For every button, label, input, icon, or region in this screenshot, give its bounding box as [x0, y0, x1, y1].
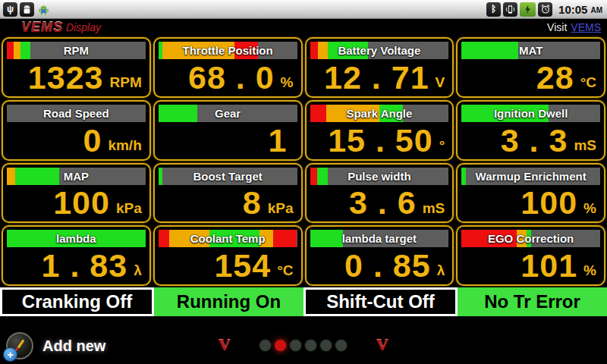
android-debug-icon: [36, 2, 51, 17]
add-new-label: Add new: [42, 337, 105, 355]
gauge-unit: mS: [574, 136, 596, 156]
gauge-unit: %: [583, 261, 596, 281]
gauge-unit: °: [439, 136, 445, 156]
gauge-ego-correction[interactable]: EGO Correction 101 %: [456, 225, 605, 286]
gauge-value: 3 . 6: [349, 187, 417, 218]
gauge-header: Gear: [159, 105, 297, 122]
page-dot[interactable]: [321, 340, 332, 351]
plus-icon: +: [3, 347, 17, 362]
gauge-grid: RPM 1323 RPM Throttle Position 68 . 0 % …: [0, 36, 607, 287]
gauge-header: Throttle Position: [159, 42, 297, 59]
gauge-value: 1 . 83: [42, 250, 128, 281]
gauge-ignition-dwell[interactable]: Ignition Dwell 3 . 3 mS: [456, 100, 605, 161]
gauge-rpm[interactable]: RPM 1323 RPM: [2, 37, 151, 98]
gauge-value: 28: [536, 62, 574, 93]
gauge-value: 3 . 3: [501, 125, 568, 156]
gauge-icon: +: [6, 332, 33, 359]
gauge-gear[interactable]: Gear 1: [153, 100, 303, 161]
gauge-header: Road Speed: [7, 105, 146, 122]
gauge-title: Spark Angle: [310, 105, 449, 122]
gauge-header: Warmup Enrichment: [461, 168, 600, 185]
gauge-mat[interactable]: MAT 28 °C: [456, 37, 605, 98]
gauge-header: Coolant Temp: [159, 230, 297, 247]
gauge-unit: °C: [580, 73, 596, 93]
visit-vems-link[interactable]: VEMS: [571, 21, 601, 33]
page-dot[interactable]: [291, 340, 302, 351]
gauge-header: MAP: [7, 168, 146, 185]
gauge-title: lambda: [7, 230, 146, 247]
gauge-road-speed[interactable]: Road Speed 0 km/h: [2, 100, 151, 161]
gauge-title: MAT: [461, 42, 600, 59]
gauge-header: Spark Angle: [310, 105, 449, 122]
gauge-header: RPM: [7, 42, 146, 59]
vems-v-icon: V: [376, 337, 388, 353]
gauge-unit: kPa: [268, 199, 294, 219]
gauge-header: lambda target: [310, 230, 449, 247]
vems-v-icon: V: [219, 337, 231, 353]
gauge-value: 0 . 85: [344, 250, 431, 281]
gauge-header: Ignition Dwell: [461, 105, 600, 122]
gauge-title: Gear: [159, 105, 297, 122]
gauge-pulse-width[interactable]: Pulse width 3 . 6 mS: [305, 163, 454, 224]
gauge-value: 154: [214, 250, 271, 281]
gauge-value: 8: [243, 187, 262, 218]
gauge-spark-angle[interactable]: Spark Angle 15 . 50 °: [305, 100, 454, 161]
app-header: VEMS Display VisitVEMS: [0, 19, 607, 36]
gauge-title: Road Speed: [7, 105, 146, 122]
page-indicator: V V: [219, 337, 388, 353]
visit-label: Visit: [547, 21, 567, 33]
gauge-unit: RPM: [110, 73, 142, 93]
gauge-coolant-temp[interactable]: Coolant Temp 154 °C: [153, 225, 303, 286]
bottom-bar: + Add new V V: [0, 316, 607, 364]
page-dot[interactable]: [306, 340, 317, 351]
status-tr-error: No Tr Error: [458, 287, 607, 316]
gauge-value: 68 . 0: [188, 62, 275, 93]
gauge-title: Battery Voltage: [310, 42, 449, 59]
status-cranking: Cranking Off: [0, 287, 154, 316]
page-dots[interactable]: [258, 340, 349, 351]
gauge-lambda-target[interactable]: lambda target 0 . 85 λ: [305, 225, 454, 286]
gauge-value: 1: [269, 125, 288, 156]
vems-logo-display: Display: [66, 21, 101, 33]
vems-logo: VEMS: [21, 20, 63, 36]
gauge-map[interactable]: MAP 100 kPa: [2, 163, 151, 224]
gauge-title: Pulse width: [310, 168, 449, 185]
battery-charging-icon: [520, 2, 536, 17]
gauge-value: 100: [521, 187, 577, 218]
gauge-title: Boost Target: [159, 168, 297, 185]
gauge-title: EGO Correction: [461, 230, 600, 247]
add-new-button[interactable]: + Add new: [6, 332, 105, 359]
alarm-clock-icon: [538, 2, 552, 17]
status-shift-cut: Shift-Cut Off: [304, 287, 458, 316]
clock-ampm: AM: [590, 4, 602, 14]
android-status-bar: ψ ᛒ 10:05 AM: [0, 0, 607, 19]
gauge-title: MAP: [7, 168, 146, 185]
gauge-header: EGO Correction: [461, 230, 600, 247]
status-running: Running On: [154, 287, 304, 316]
gauge-lambda[interactable]: lambda 1 . 83 λ: [2, 225, 151, 286]
vibrate-icon: [503, 2, 517, 17]
gauge-header: Battery Voltage: [310, 42, 449, 59]
page-dot[interactable]: [336, 340, 348, 351]
engine-status-strip: Cranking Off Running On Shift-Cut Off No…: [0, 287, 607, 316]
gauge-unit: °C: [277, 261, 293, 281]
gauge-boost-target[interactable]: Boost Target 8 kPa: [153, 163, 303, 224]
gauge-header: Boost Target: [159, 168, 297, 185]
adb-icon: [20, 2, 34, 17]
gauge-unit: %: [281, 73, 294, 93]
gauge-throttle-position[interactable]: Throttle Position 68 . 0 %: [153, 37, 303, 98]
gauge-unit: λ: [437, 261, 445, 281]
gauge-unit: km/h: [108, 136, 141, 156]
gauge-warmup-enrichment[interactable]: Warmup Enrichment 100 %: [456, 163, 605, 224]
gauge-title: Coolant Temp: [159, 230, 297, 247]
visit-text: VisitVEMS: [547, 21, 601, 33]
gauge-unit: V: [436, 73, 445, 93]
gauge-title: lambda target: [310, 230, 449, 247]
page-dot-active[interactable]: [275, 340, 287, 351]
page-dot[interactable]: [260, 340, 272, 351]
gauge-value: 101: [521, 250, 577, 281]
gauge-battery-voltage[interactable]: Battery Voltage 12 . 71 V: [305, 37, 454, 98]
bluetooth-icon: ᛒ: [486, 2, 501, 17]
gauge-title: Ignition Dwell: [461, 105, 600, 122]
gauge-title: Warmup Enrichment: [461, 168, 600, 185]
